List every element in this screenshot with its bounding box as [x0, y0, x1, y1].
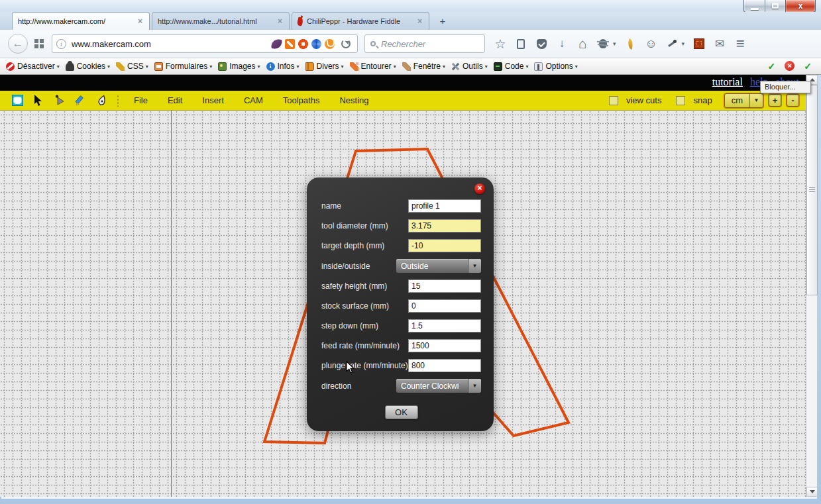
menu-nesting[interactable]: Nesting	[339, 95, 368, 105]
clipboard-icon[interactable]	[515, 38, 527, 50]
navigation-toolbar: ← i www.makercam.com Rechercher ☆ ↓ ⌂ ▾ …	[0, 30, 821, 58]
field-row-target-depth: target depth (mm)	[321, 239, 481, 252]
devbar-item-label: Cookies	[77, 62, 105, 71]
menu-edit[interactable]: Edit	[168, 95, 182, 105]
search-bar[interactable]: Rechercher	[364, 34, 485, 53]
orange-smile-extension-icon[interactable]	[325, 39, 335, 49]
info-icon: i	[266, 62, 275, 71]
devbar-item-outils[interactable]: Outils▾	[451, 62, 488, 71]
devbar-item-fenetre[interactable]: Fenêtre▾	[402, 62, 445, 71]
feed-rate-input[interactable]	[408, 339, 481, 352]
error-icon[interactable]: ×	[785, 61, 794, 71]
scrollbar-thumb[interactable]	[806, 85, 818, 295]
title-bar[interactable]	[0, 0, 821, 12]
url-bar[interactable]: i www.makercam.com	[52, 34, 358, 53]
feather-addon-icon[interactable]	[625, 38, 637, 50]
tab-groups-button[interactable]	[32, 36, 46, 51]
safety-height-input[interactable]	[408, 279, 481, 293]
select-tool-button[interactable]	[32, 94, 45, 107]
pocket-icon[interactable]	[535, 38, 547, 50]
dropdown-arrow-icon[interactable]: ▼	[468, 379, 481, 393]
ok-button[interactable]: OK	[385, 405, 418, 419]
tab-close-icon[interactable]: ×	[137, 17, 144, 26]
devbar-item-formulaires[interactable]: Formulaires▾	[154, 62, 212, 71]
back-button[interactable]: ←	[8, 34, 28, 54]
valid-check-icon[interactable]: ✓	[768, 61, 776, 72]
minimize-button[interactable]	[743, 0, 765, 13]
step-down-input[interactable]	[408, 319, 481, 332]
chevron-down-icon: ▾	[258, 64, 260, 70]
zoom-in-button[interactable]: +	[769, 94, 781, 107]
devbar-item-cookies[interactable]: Cookies▾	[66, 62, 110, 71]
dropdown-arrow-icon[interactable]: ▼	[468, 259, 481, 273]
devbar-item-css[interactable]: CSS▾	[116, 62, 148, 71]
gesture-extension-icon[interactable]	[271, 38, 282, 50]
dialog-close-button[interactable]: ×	[474, 183, 485, 194]
url-text[interactable]: www.makercam.com	[72, 39, 272, 49]
target-depth-input[interactable]	[408, 239, 481, 252]
vertical-scrollbar[interactable]	[806, 75, 817, 497]
orange-ring-extension-icon[interactable]	[298, 39, 308, 49]
block-plugin-tooltip[interactable]: Bloquer...	[760, 81, 811, 93]
pencil-tool-button[interactable]	[74, 94, 87, 107]
field-row-inside-outside: inside/outside Outside ▼	[321, 259, 481, 273]
menu-hamburger-icon[interactable]: ≡	[734, 38, 746, 50]
scroll-down-button[interactable]	[806, 487, 818, 497]
mail-icon[interactable]: ✉	[714, 38, 726, 50]
unit-dropdown[interactable]: cm ▼	[724, 93, 763, 108]
drawing-canvas[interactable]: × name tool diameter (mm) target depth (…	[0, 111, 806, 497]
menu-insert[interactable]: Insert	[202, 95, 224, 105]
stock-surface-input[interactable]	[408, 299, 481, 313]
plunge-rate-input[interactable]	[408, 359, 481, 372]
maximize-button[interactable]	[765, 0, 786, 13]
bug-addon-icon[interactable]	[597, 38, 609, 50]
devbar-item-options[interactable]: Options▾	[534, 62, 577, 71]
devbar-item-desactiver[interactable]: Désactiver▾	[6, 62, 60, 71]
tab-tutorial[interactable]: http://www.make.../tutorial.html ×	[152, 12, 290, 30]
scrapbook-addon-icon[interactable]	[693, 38, 705, 50]
new-tab-button[interactable]: +	[434, 15, 451, 28]
zoom-out-button[interactable]: -	[787, 94, 799, 107]
pan-tool-button[interactable]	[11, 94, 24, 107]
devbar-item-code[interactable]: Code▾	[494, 62, 529, 71]
tab-chilipeppr[interactable]: ChiliPeppr - Hardware Fiddle ×	[292, 12, 429, 30]
bookmark-star-icon[interactable]: ☆	[494, 38, 506, 50]
direction-dropdown[interactable]: Counter Clockwi ▼	[396, 379, 481, 393]
menu-cam[interactable]: CAM	[244, 95, 263, 105]
chevron-down-icon[interactable]: ▾	[613, 40, 616, 47]
tab-close-icon[interactable]: ×	[276, 17, 284, 26]
orange-n-extension-icon[interactable]	[285, 39, 295, 49]
tool-diameter-input[interactable]	[408, 219, 481, 232]
smiley-addon-icon[interactable]: ☺	[645, 38, 657, 50]
pen-tool-button[interactable]	[95, 94, 109, 107]
home-icon[interactable]: ⌂	[576, 38, 588, 50]
devbar-item-divers[interactable]: Divers▾	[305, 62, 344, 71]
devbar-item-entourer[interactable]: Entourer▾	[350, 62, 396, 71]
menu-file[interactable]: File	[134, 95, 148, 105]
tutorial-link[interactable]: tutorial	[712, 76, 743, 87]
node-select-tool-button[interactable]	[53, 94, 66, 107]
devbar-item-infos[interactable]: iInfos▾	[266, 62, 300, 71]
site-info-icon[interactable]: i	[56, 39, 66, 49]
tab-makercam[interactable]: http://www.makercam.com/ ×	[12, 12, 150, 30]
chevron-down-icon[interactable]: ▾	[682, 40, 685, 47]
reload-icon[interactable]	[341, 39, 351, 48]
valid-check-icon[interactable]: ✓	[804, 61, 812, 72]
field-row-feed-rate: feed rate (mm/minute)	[321, 339, 481, 352]
dropdown-arrow-icon[interactable]: ▼	[749, 94, 763, 107]
snap-checkbox[interactable]	[676, 96, 685, 105]
name-input[interactable]	[408, 199, 481, 213]
chevron-down-icon: ▾	[575, 64, 578, 70]
eyedropper-icon[interactable]	[666, 38, 678, 50]
chevron-down-icon: ▾	[107, 64, 110, 70]
view-cuts-checkbox[interactable]	[609, 96, 618, 105]
menu-toolpaths[interactable]: Toolpaths	[283, 95, 320, 105]
close-window-button[interactable]: x	[786, 0, 816, 13]
chevron-down-icon: ▾	[297, 64, 300, 70]
devbar-item-images[interactable]: Images▾	[218, 62, 260, 71]
tab-close-icon[interactable]: ×	[416, 17, 423, 26]
blue-wave-extension-icon[interactable]	[311, 39, 321, 49]
downloads-icon[interactable]: ↓	[556, 38, 568, 50]
inside-outside-dropdown[interactable]: Outside ▼	[396, 259, 481, 273]
search-placeholder[interactable]: Rechercher	[381, 39, 425, 49]
